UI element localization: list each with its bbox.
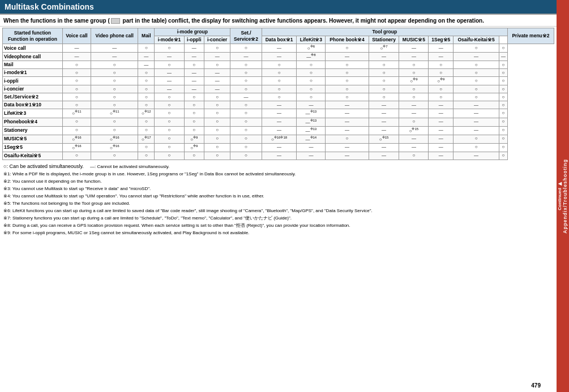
table-cell: ○ (91, 118, 138, 126)
table-cell: — (138, 61, 155, 69)
page-number: 479 (531, 382, 541, 389)
function-label: MUSIC※5 (3, 135, 63, 143)
table-cell: — (429, 135, 454, 143)
footnote-item: ※3: You cannot use Multitask to start up… (3, 186, 553, 192)
table-cell: ○ (204, 126, 230, 135)
table-cell: ○ (454, 44, 499, 53)
table-cell: — (262, 118, 297, 126)
table-cell: ○ (297, 77, 326, 85)
table-cell: — (155, 77, 185, 85)
table-cell: — (297, 101, 326, 109)
table-cell: ○ (399, 85, 429, 93)
table-cell: ○ (138, 93, 155, 101)
table-cell: — (326, 152, 369, 160)
table-cell: — (262, 109, 297, 118)
1seg-sub-header: 1Seg※5 (429, 36, 454, 44)
table-cell: ○ (230, 135, 262, 143)
table-cell: ○ (399, 93, 429, 101)
table-cell: — (369, 152, 399, 160)
table-cell: ○ (138, 85, 155, 93)
table-cell: — (91, 53, 138, 61)
table-cell: ○ (454, 135, 499, 143)
table-cell: ○ (155, 44, 185, 53)
table-row: i-oppli○○○———○○○○○○※9○※9○○ (3, 77, 554, 85)
imode-group-header: i-mode group (155, 28, 230, 36)
table-cell: — (184, 53, 204, 61)
table-cell: ○ (454, 61, 499, 69)
voice-call-header: Voice call (62, 28, 91, 44)
table-cell: ○ (204, 118, 230, 126)
table-cell: — (326, 126, 369, 135)
table-cell: ○※17 (138, 135, 155, 143)
table-cell: — (369, 101, 399, 109)
table-cell: — (454, 118, 499, 126)
table-cell: ○ (429, 93, 454, 101)
table-row: i-concier○○○———○○○○○○○○○ (3, 85, 554, 93)
table-cell: ○ (138, 69, 155, 77)
table-cell: — (326, 101, 369, 109)
table-cell: ○ (499, 93, 507, 101)
table-row: Osaifu-Keitai※5○○○○○○○————○——○ (3, 152, 554, 160)
table-cell: — (429, 118, 454, 126)
table-cell: ○ (230, 77, 262, 85)
table-cell: ○ (184, 126, 204, 135)
table-cell: ○ (204, 61, 230, 69)
table-cell: ○ (369, 85, 399, 93)
table-cell: ○ (399, 118, 429, 126)
table-cell: ○ (429, 61, 454, 69)
mail-header: Mail (138, 28, 155, 44)
table-cell: — (204, 53, 230, 61)
table-row: MUSIC※5○※16○※16○※17○○※9○○○※16※18—※14○○※1… (3, 135, 554, 143)
table-cell: ○ (230, 101, 262, 109)
table-cell: — (369, 143, 399, 152)
videophone-header: Video phone call (91, 28, 138, 44)
table-cell: — (369, 53, 399, 61)
table-cell: ○ (499, 77, 507, 85)
started-function-header: Started functionFunction in operation (3, 28, 63, 44)
table-cell: — (454, 101, 499, 109)
function-label: i-mode※1 (3, 69, 63, 77)
table-cell: ○ (91, 85, 138, 93)
tool-group-header: Tool group (262, 28, 507, 36)
table-cell: ○ (155, 61, 185, 69)
footnote-item: ※8: During a call, you can receive a GPS… (3, 222, 553, 229)
table-cell: — (62, 53, 91, 61)
table-cell: ○ (184, 118, 204, 126)
table-row: 1Seg※5○※16○※16○○○※9○○——————○○ (3, 143, 554, 152)
table-cell: ○ (326, 135, 369, 143)
table-cell: — (369, 126, 399, 135)
table-row: Voice call——○○—○○—○※6○○※7——○○ (3, 44, 554, 53)
table-cell: ○ (369, 69, 399, 77)
table-cell: ○ (155, 126, 185, 135)
table-cell: ○ (499, 135, 507, 143)
table-cell: ○ (230, 69, 262, 77)
table-cell: ○ (326, 44, 369, 53)
table-cell: ○ (184, 101, 204, 109)
table-cell: ○ (230, 61, 262, 69)
table-cell: — (429, 143, 454, 152)
table-cell: — (454, 126, 499, 135)
table-cell: — (454, 109, 499, 118)
table-cell: —※13 (297, 126, 326, 135)
ioppli-sub-header: i-oppli (184, 36, 204, 44)
table-cell: ○ (230, 118, 262, 126)
table-cell: — (155, 69, 185, 77)
table-cell: ○ (62, 101, 91, 109)
footnote-item: ※1: While a PDF file is displayed, the i… (3, 171, 553, 178)
table-cell: — (204, 77, 230, 85)
footnote-item: ※5: The functions not belonging to the T… (3, 200, 553, 207)
table-cell: ○※16 (62, 143, 91, 152)
table-cell: ○ (204, 109, 230, 118)
table-cell: ○ (204, 152, 230, 160)
table-cell: ○ (399, 61, 429, 69)
table-cell: — (297, 152, 326, 160)
table-cell: — (91, 44, 138, 53)
table-cell: ○ (155, 143, 185, 152)
table-cell: — (204, 85, 230, 93)
function-label: Set./Service※2 (3, 93, 63, 101)
table-cell: — (326, 53, 369, 61)
table-cell: ○ (204, 143, 230, 152)
table-cell: ○ (184, 93, 204, 101)
table-cell: ○ (499, 109, 507, 118)
table-cell: — (369, 118, 399, 126)
